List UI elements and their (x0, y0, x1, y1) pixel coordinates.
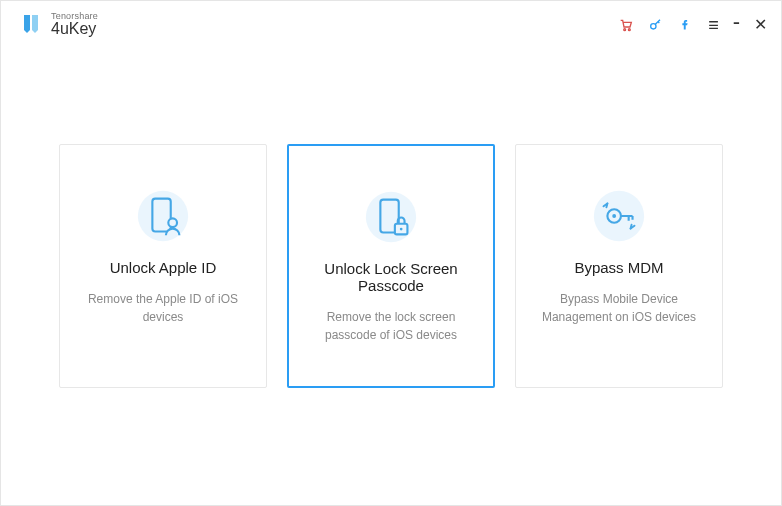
svg-point-5 (168, 218, 177, 227)
card-desc: Remove the lock screen passcode of iOS d… (307, 308, 475, 344)
card-title: Unlock Lock Screen Passcode (307, 260, 475, 294)
svg-point-9 (400, 228, 403, 231)
card-desc: Remove the Apple ID of iOS devices (78, 290, 248, 326)
bypass-key-icon (590, 181, 648, 251)
card-title: Bypass MDM (574, 259, 663, 276)
facebook-icon[interactable] (678, 17, 694, 33)
svg-point-10 (594, 191, 644, 241)
cart-icon[interactable] (618, 17, 634, 33)
main-content: Unlock Apple ID Remove the Apple ID of i… (1, 49, 781, 388)
close-button[interactable]: ✕ (754, 17, 767, 33)
card-bypass-mdm[interactable]: Bypass MDM Bypass Mobile Device Manageme… (515, 144, 723, 388)
card-title: Unlock Apple ID (110, 259, 217, 276)
svg-point-0 (624, 29, 626, 31)
menu-icon[interactable]: ≡ (708, 16, 719, 34)
brand-logo-icon (19, 11, 43, 39)
window-controls: ≡ - ✕ (618, 14, 767, 36)
titlebar: Tenorshare 4uKey ≡ - ✕ (1, 1, 781, 49)
card-desc: Bypass Mobile Device Management on iOS d… (534, 290, 704, 326)
brand: Tenorshare 4uKey (19, 11, 98, 39)
minimize-button[interactable]: - (733, 11, 740, 33)
phone-lock-icon (362, 182, 420, 252)
svg-point-1 (629, 29, 631, 31)
phone-user-icon (134, 181, 192, 251)
brand-product: 4uKey (51, 21, 98, 38)
card-unlock-apple-id[interactable]: Unlock Apple ID Remove the Apple ID of i… (59, 144, 267, 388)
svg-point-12 (612, 214, 616, 218)
svg-point-2 (651, 24, 656, 29)
key-icon[interactable] (648, 17, 664, 33)
card-unlock-lock-screen[interactable]: Unlock Lock Screen Passcode Remove the l… (287, 144, 495, 388)
